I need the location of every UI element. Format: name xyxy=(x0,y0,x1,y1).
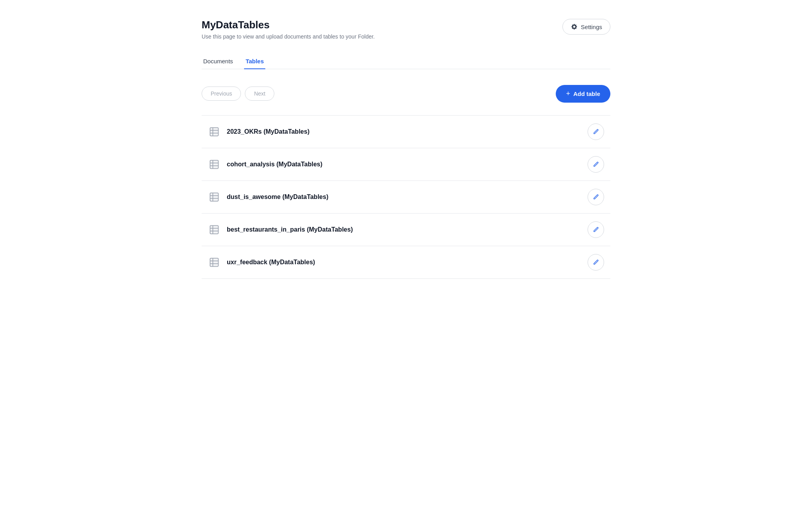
svg-rect-12 xyxy=(210,225,219,234)
svg-rect-8 xyxy=(210,193,219,201)
table-row-left: 2023_OKRs (MyDataTables) xyxy=(208,125,309,138)
table-row: best_restaurants_in_paris (MyDataTables) xyxy=(202,214,610,246)
table-row-left: best_restaurants_in_paris (MyDataTables) xyxy=(208,223,353,236)
header-left: MyDataTables Use this page to view and u… xyxy=(202,19,375,40)
tabs-container: Documents Tables xyxy=(202,54,610,69)
svg-rect-4 xyxy=(210,160,219,168)
table-row: uxr_feedback (MyDataTables) xyxy=(202,246,610,279)
table-file-icon xyxy=(208,223,220,236)
add-table-button[interactable]: + Add table xyxy=(556,85,610,103)
settings-label: Settings xyxy=(581,24,602,30)
edit-icon xyxy=(593,227,599,233)
table-file-icon xyxy=(208,256,220,269)
previous-button[interactable]: Previous xyxy=(202,87,241,101)
table-row: dust_is_awesome (MyDataTables) xyxy=(202,181,610,214)
table-name: best_restaurants_in_paris (MyDataTables) xyxy=(227,226,353,233)
edit-button[interactable] xyxy=(588,156,604,173)
table-name: cohort_analysis (MyDataTables) xyxy=(227,161,322,168)
table-list: 2023_OKRs (MyDataTables) cohort_ xyxy=(202,115,610,279)
table-row: cohort_analysis (MyDataTables) xyxy=(202,148,610,181)
tab-tables[interactable]: Tables xyxy=(244,54,265,69)
edit-icon xyxy=(593,161,599,168)
settings-icon xyxy=(571,23,578,30)
page-title: MyDataTables xyxy=(202,19,375,31)
table-name: 2023_OKRs (MyDataTables) xyxy=(227,128,309,135)
table-row-left: dust_is_awesome (MyDataTables) xyxy=(208,191,328,203)
tab-documents[interactable]: Documents xyxy=(202,54,235,69)
edit-button[interactable] xyxy=(588,221,604,238)
plus-icon: + xyxy=(566,90,570,98)
page-container: MyDataTables Use this page to view and u… xyxy=(170,0,642,298)
add-table-label: Add table xyxy=(573,90,600,97)
table-file-icon xyxy=(208,191,220,203)
table-row-left: uxr_feedback (MyDataTables) xyxy=(208,256,315,269)
table-file-icon xyxy=(208,158,220,171)
edit-icon xyxy=(593,129,599,135)
table-name: uxr_feedback (MyDataTables) xyxy=(227,259,315,266)
toolbar: Previous Next + Add table xyxy=(202,85,610,103)
page-subtitle: Use this page to view and upload documen… xyxy=(202,33,375,40)
edit-button[interactable] xyxy=(588,123,604,140)
table-file-icon xyxy=(208,125,220,138)
svg-rect-16 xyxy=(210,258,219,266)
edit-icon xyxy=(593,194,599,200)
edit-icon xyxy=(593,259,599,265)
table-row-left: cohort_analysis (MyDataTables) xyxy=(208,158,322,171)
settings-button[interactable]: Settings xyxy=(562,19,610,35)
edit-button[interactable] xyxy=(588,189,604,205)
edit-button[interactable] xyxy=(588,254,604,271)
table-row: 2023_OKRs (MyDataTables) xyxy=(202,115,610,148)
pagination-buttons: Previous Next xyxy=(202,87,274,101)
table-name: dust_is_awesome (MyDataTables) xyxy=(227,193,328,201)
header: MyDataTables Use this page to view and u… xyxy=(202,19,610,40)
next-button[interactable]: Next xyxy=(245,87,274,101)
svg-rect-0 xyxy=(210,127,219,136)
